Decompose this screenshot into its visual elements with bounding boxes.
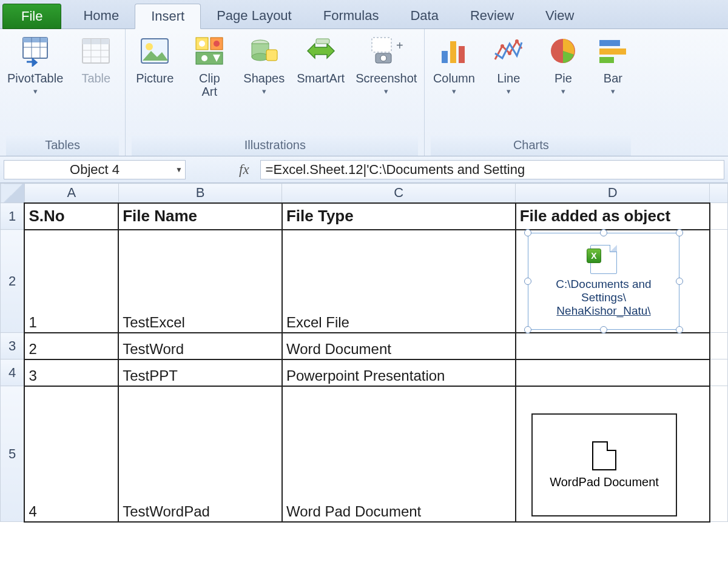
fx-icon[interactable]: fx — [239, 162, 249, 178]
cell-A2[interactable]: 1 — [24, 230, 118, 333]
line-chart-button[interactable]: Line ▾ — [485, 32, 531, 98]
line-chart-icon — [491, 34, 525, 68]
chevron-down-icon: ▾ — [384, 87, 388, 96]
svg-rect-22 — [266, 50, 277, 61]
cell-E3[interactable] — [710, 333, 728, 359]
col-header-C[interactable]: C — [282, 184, 516, 203]
embedded-object-wordpad[interactable]: WordPad Document — [531, 413, 677, 516]
embedded-object-caption: WordPad Document — [550, 475, 659, 489]
cell-D1[interactable]: File added as object — [516, 203, 710, 230]
row-header-3[interactable]: 3 — [1, 333, 25, 359]
resize-handle[interactable] — [524, 229, 531, 236]
smartart-button[interactable]: SmartArt — [295, 32, 346, 87]
col-header-A[interactable]: A — [24, 184, 118, 203]
resize-handle[interactable] — [676, 278, 683, 285]
bar-chart-button[interactable]: Bar ▾ — [595, 32, 631, 98]
svg-rect-6 — [83, 39, 109, 44]
formula-text: =Excel.Sheet.12|'C:\Documents and Settin… — [266, 162, 525, 178]
cell-C4[interactable]: Powerpoint Presentation — [282, 359, 516, 386]
resize-handle[interactable] — [600, 326, 607, 333]
resize-handle[interactable] — [676, 229, 683, 236]
tab-view[interactable]: View — [530, 3, 590, 28]
cell-E4[interactable] — [710, 359, 728, 386]
smartart-label: SmartArt — [297, 72, 345, 85]
chevron-down-icon[interactable]: ▼ — [175, 165, 183, 174]
cell-E2[interactable] — [710, 230, 728, 333]
pie-chart-icon — [546, 34, 580, 68]
cell-A3[interactable]: 2 — [24, 333, 118, 359]
resize-handle[interactable] — [524, 278, 531, 285]
cell-E5[interactable] — [710, 386, 728, 522]
cell-B5[interactable]: TestWordPad — [118, 386, 282, 522]
tab-pagelayout[interactable]: Page Layout — [201, 3, 308, 28]
row-header-1[interactable]: 1 — [1, 203, 25, 230]
ribbon-tabstrip: File Home Insert Page Layout Formulas Da… — [0, 0, 728, 29]
row-header-2[interactable]: 2 — [1, 230, 25, 333]
picture-button[interactable]: Picture — [132, 32, 178, 87]
clipart-icon — [192, 34, 226, 68]
table-icon — [79, 34, 113, 68]
svg-text:+: + — [396, 39, 403, 52]
cell-C3[interactable]: Word Document — [282, 333, 516, 359]
screenshot-icon: + — [369, 34, 403, 68]
resize-handle[interactable] — [600, 229, 607, 236]
col-header-B[interactable]: B — [118, 184, 282, 203]
screenshot-button[interactable]: + Screenshot ▾ — [354, 32, 418, 98]
cell-B3[interactable]: TestWord — [118, 333, 282, 359]
tab-file[interactable]: File — [2, 4, 61, 29]
formula-bar: Object 4 ▼ ✕✓ fx =Excel.Sheet.12|'C:\Doc… — [0, 156, 728, 183]
cell-B2[interactable]: TestExcel — [118, 230, 282, 333]
chevron-down-icon: ▾ — [507, 87, 511, 96]
tab-home[interactable]: Home — [67, 3, 135, 28]
worksheet[interactable]: A B C D 1 S.No File Name File Type File … — [0, 183, 728, 568]
row-header-5[interactable]: 5 — [1, 386, 25, 522]
column-chart-label: Column — [433, 72, 475, 85]
cell-B4[interactable]: TestPPT — [118, 359, 282, 386]
cell-A1[interactable]: S.No — [24, 203, 118, 230]
cell-C2[interactable]: Excel File — [282, 230, 516, 333]
pie-chart-button[interactable]: Pie ▾ — [540, 32, 586, 98]
col-header-E[interactable] — [710, 184, 728, 203]
cell-A5[interactable]: 4 — [24, 386, 118, 522]
cell-B1[interactable]: File Name — [118, 203, 282, 230]
picture-label: Picture — [136, 72, 174, 85]
tab-insert[interactable]: Insert — [135, 4, 201, 29]
embedded-object-caption: C:\Documents and Settings\ NehaKishor_Na… — [556, 278, 651, 318]
resize-handle[interactable] — [524, 326, 531, 333]
excel-file-icon: X — [587, 245, 621, 274]
line-chart-label: Line — [497, 72, 520, 85]
svg-point-12 — [146, 43, 153, 50]
cell-D3[interactable] — [516, 333, 710, 359]
column-chart-icon — [437, 34, 471, 68]
bar-chart-icon — [596, 34, 630, 68]
name-box[interactable]: Object 4 ▼ — [4, 160, 186, 179]
cell-E1[interactable] — [710, 203, 728, 230]
shapes-button[interactable]: Shapes ▾ — [241, 32, 287, 98]
table-button[interactable]: Table — [73, 32, 119, 87]
svg-point-18 — [201, 55, 207, 61]
pivottable-button[interactable]: PivotTable ▾ — [6, 32, 64, 98]
tab-review[interactable]: Review — [454, 3, 530, 28]
cell-A4[interactable]: 3 — [24, 359, 118, 386]
formula-input[interactable]: =Excel.Sheet.12|'C:\Documents and Settin… — [260, 160, 724, 179]
chevron-down-icon: ▾ — [33, 87, 38, 96]
svg-rect-1 — [23, 38, 47, 42]
col-header-D[interactable]: D — [516, 184, 710, 203]
cell-D4[interactable] — [516, 359, 710, 386]
embedded-object-excel[interactable]: X C:\Documents and Settings\ NehaKishor_… — [528, 233, 679, 330]
document-icon — [592, 441, 616, 470]
picture-icon — [138, 34, 172, 68]
tab-formulas[interactable]: Formulas — [308, 3, 395, 28]
chevron-down-icon: ▾ — [611, 87, 615, 96]
cell-C5[interactable]: Word Pad Document — [282, 386, 516, 522]
cell-C1[interactable]: File Type — [282, 203, 516, 230]
select-all-corner[interactable] — [1, 184, 25, 203]
clipart-label: Clip Art — [199, 72, 220, 98]
clipart-button[interactable]: Clip Art ▾ — [186, 32, 232, 112]
svg-rect-35 — [599, 40, 620, 46]
column-chart-button[interactable]: Column ▾ — [431, 32, 477, 98]
row-header-4[interactable]: 4 — [1, 359, 25, 386]
tab-data[interactable]: Data — [394, 3, 454, 28]
resize-handle[interactable] — [676, 326, 683, 333]
group-label-tables: Tables — [6, 136, 119, 156]
